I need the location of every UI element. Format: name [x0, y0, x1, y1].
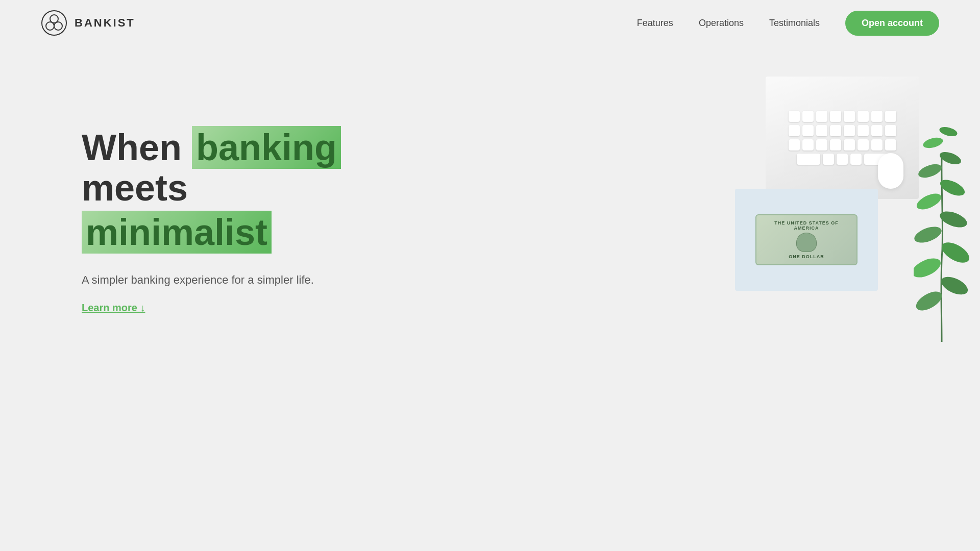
key — [857, 139, 869, 151]
nav-operations[interactable]: Operations — [699, 18, 744, 29]
heading-mid: meets — [82, 167, 188, 208]
dollar-portrait — [796, 233, 817, 252]
key — [789, 111, 800, 122]
bankist-logo-icon — [41, 10, 67, 36]
heading-minimalist: minimalist — [82, 211, 272, 254]
key — [802, 139, 814, 151]
mouse-visual — [878, 153, 903, 189]
key — [857, 111, 869, 122]
navbar: BANKIST Features Operations Testimonials… — [0, 0, 980, 46]
svg-point-2 — [46, 22, 54, 30]
svg-point-14 — [922, 136, 944, 150]
key — [844, 139, 855, 151]
svg-point-10 — [914, 190, 943, 213]
dollar-text-top: THE UNITED STATES OF AMERICA — [762, 220, 851, 231]
svg-point-8 — [914, 223, 944, 246]
nav-features[interactable]: Features — [637, 18, 673, 29]
key — [885, 125, 896, 136]
key — [802, 111, 814, 122]
svg-point-5 — [939, 273, 970, 298]
key — [830, 139, 841, 151]
key — [871, 125, 883, 136]
svg-point-12 — [917, 161, 944, 180]
key-wide — [797, 154, 820, 165]
dollar-visual: THE UNITED STATES OF AMERICA ONE DOLLAR — [755, 214, 857, 265]
plant-svg — [914, 117, 970, 342]
learn-more-button[interactable]: Learn more ↓ — [82, 302, 145, 314]
key — [885, 111, 896, 122]
key — [823, 154, 834, 165]
heading-pre: When — [82, 127, 192, 168]
nav-links: Features Operations Testimonials Open ac… — [637, 11, 939, 36]
dollar-text-bottom: ONE DOLLAR — [789, 254, 824, 259]
hero-text-block: When banking meets minimalist A simpler … — [82, 87, 439, 314]
key — [830, 125, 841, 136]
key — [789, 125, 800, 136]
key — [816, 111, 827, 122]
svg-point-3 — [54, 22, 62, 30]
svg-point-6 — [914, 255, 944, 282]
logo-text: BANKIST — [75, 16, 135, 30]
key — [844, 111, 855, 122]
heading-banking: banking — [192, 126, 341, 169]
dollar-image: THE UNITED STATES OF AMERICA ONE DOLLAR — [735, 189, 878, 291]
hero-heading: When banking meets minimalist — [82, 128, 439, 253]
key — [844, 125, 855, 136]
keyboard-image — [766, 77, 919, 199]
nav-testimonials[interactable]: Testimonials — [769, 18, 820, 29]
hero-images: THE UNITED STATES OF AMERICA ONE DOLLAR — [735, 77, 980, 362]
keyboard-visual — [766, 77, 919, 199]
open-account-button[interactable]: Open account — [845, 11, 939, 36]
key — [871, 111, 883, 122]
svg-point-4 — [914, 288, 945, 314]
key — [789, 139, 800, 151]
key — [850, 154, 862, 165]
svg-point-15 — [939, 126, 959, 138]
plant-image — [914, 117, 970, 342]
hero-subheading: A simpler banking experience for a simpl… — [82, 273, 439, 287]
key — [802, 125, 814, 136]
key — [837, 154, 848, 165]
key — [871, 139, 883, 151]
logo-link[interactable]: BANKIST — [41, 10, 135, 36]
hero-section: When banking meets minimalist A simpler … — [0, 46, 980, 551]
key — [885, 139, 896, 151]
key — [830, 111, 841, 122]
key — [857, 125, 869, 136]
key — [816, 125, 827, 136]
key — [816, 139, 827, 151]
